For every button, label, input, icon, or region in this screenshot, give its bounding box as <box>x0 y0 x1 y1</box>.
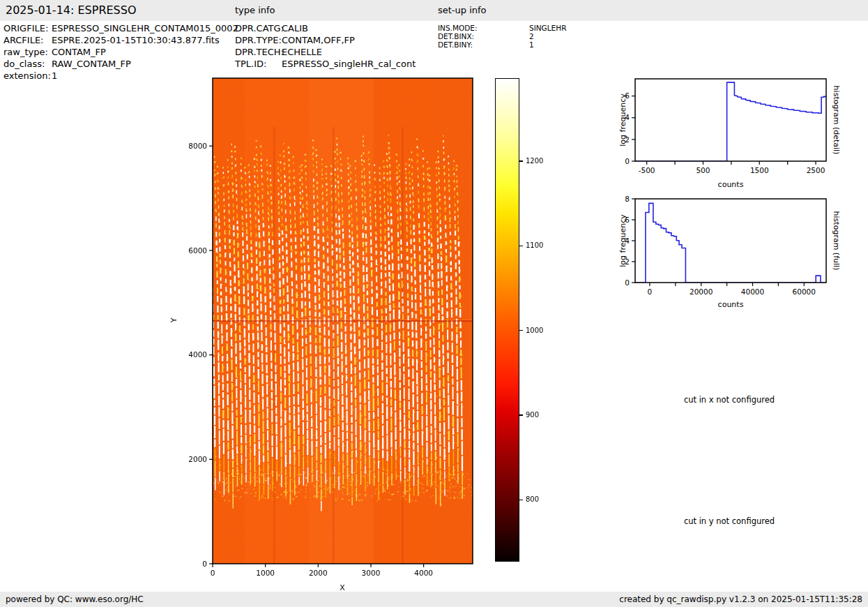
file-info-row: ORIGFILE:ESPRESSO_SINGLEHR_CONTAM015_000… <box>3 22 238 34</box>
hist-full-x-label: counts <box>718 300 744 309</box>
raw-image-axes: 0100020003000400002000400060008000 <box>174 63 502 607</box>
x-tick-label: 2500 <box>807 166 825 174</box>
y-tick-label: 8000 <box>188 142 207 150</box>
file-info-row-label: ARCFILE: <box>3 34 52 46</box>
setup-info-row: DET.BINY:1 <box>438 40 566 49</box>
setup-info-header: set-up info <box>438 0 487 21</box>
x-tick-label: 20000 <box>690 287 713 296</box>
y-tick-label: 0 <box>625 157 630 165</box>
histogram-line <box>635 203 826 283</box>
colorbar-tick <box>519 160 523 161</box>
x-tick-label: -500 <box>639 166 655 174</box>
file-info-row-value: 1 <box>52 70 57 81</box>
setup-info-row-value: 2 <box>529 32 534 40</box>
setup-info-block: INS.MODE:SINGLEHRDET.BINX:2DET.BINY:1 <box>438 24 566 49</box>
y-tick-label: 6000 <box>188 246 207 255</box>
axes-frame <box>635 79 826 161</box>
hist-detail-right-label: histogram (detail) <box>832 86 841 155</box>
x-tick-label: 0 <box>648 287 653 296</box>
type-info-row-label: DPR.TECH: <box>235 46 282 58</box>
file-info-row-value: CONTAM_FP <box>52 47 106 57</box>
type-info-row-value: ECHELLE <box>282 47 322 57</box>
y-tick-label: 2000 <box>188 455 207 463</box>
histogram-detail-plot: -500500150025000246 <box>607 68 858 190</box>
setup-info-row: INS.MODE:SINGLEHR <box>438 24 566 32</box>
file-info-row: raw_type:CONTAM_FP <box>3 46 238 58</box>
type-info-row-value: CONTAM,OFF,FP <box>282 35 355 45</box>
hist-full-y-label: log frequency <box>618 214 627 267</box>
file-info-row-label: raw_type: <box>3 46 52 58</box>
setup-info-row: DET.BINX:2 <box>438 32 566 40</box>
colorbar-tick-label: 800 <box>526 495 539 504</box>
colorbar-tick-label: 900 <box>526 411 539 419</box>
histogram-line <box>635 82 826 161</box>
setup-info-row-label: DET.BINX: <box>438 32 529 40</box>
file-info-row-label: ORIGFILE: <box>3 22 52 34</box>
file-info-row-label: do_class: <box>3 58 52 70</box>
axes-frame <box>213 78 473 564</box>
x-tick-label: 60000 <box>793 287 816 296</box>
y-tick-label: 0 <box>625 278 630 287</box>
qc-rawdisp-page: { "header": { "title": "2025-01-14: ESPR… <box>0 0 868 607</box>
file-info-row-label: extension: <box>3 70 52 82</box>
hist-detail-x-label: counts <box>718 180 744 189</box>
footer-created-by: created by qc_rawdisp.py v1.2.3 on 2025-… <box>619 592 862 607</box>
y-tick-label: 8 <box>625 195 630 203</box>
hist-detail-y-label: log frequency <box>618 93 627 146</box>
x-tick-label: 500 <box>696 166 710 174</box>
colorbar-tick-label: 1200 <box>526 157 543 165</box>
y-tick-label: 0 <box>202 560 207 568</box>
footer-bar: powered by QC: www.eso.org/HC created by… <box>0 592 868 607</box>
colorbar <box>495 78 519 562</box>
axes-frame <box>635 199 826 283</box>
cut-y-note: cut in y not configured <box>639 516 820 526</box>
x-tick-label: 4000 <box>414 569 433 577</box>
y-tick-label: 4000 <box>188 350 207 359</box>
colorbar-tick-label: 1000 <box>526 327 543 335</box>
setup-info-row-value: SINGLEHR <box>529 24 566 32</box>
file-info-row-value: ESPRE.2025-01-15T10:30:43.877.fits <box>52 35 220 45</box>
type-info-header: type info <box>235 0 275 21</box>
setup-info-row-value: 1 <box>529 40 534 49</box>
type-info-row: DPR.TECH:ECHELLE <box>235 46 416 58</box>
type-info-row-label: DPR.TYPE: <box>235 34 282 46</box>
file-info-row: ARCFILE:ESPRE.2025-01-15T10:30:43.877.fi… <box>3 34 238 46</box>
x-tick-label: 0 <box>211 569 215 577</box>
colorbar-tick <box>519 330 523 331</box>
colorbar-tick <box>519 246 523 246</box>
type-info-row-value: CALIB <box>282 23 308 33</box>
header-bar: 2025-01-14: ESPRESSO type info set-up in… <box>0 0 868 21</box>
histogram-full-plot: 020000400006000002468 <box>607 188 858 310</box>
file-info-row-value: RAW_CONTAM_FP <box>52 59 131 69</box>
type-info-row: DPR.CATG:CALIB <box>235 22 416 34</box>
file-info-row-value: ESPRESSO_SINGLEHR_CONTAM015_0002 <box>52 23 238 33</box>
x-tick-label: 3000 <box>362 569 381 577</box>
setup-info-row-label: INS.MODE: <box>438 24 529 32</box>
hist-full-right-label: histogram (full) <box>832 211 841 271</box>
page-title: 2025-01-14: ESPRESSO <box>6 0 137 21</box>
cut-x-note: cut in x not configured <box>639 395 820 405</box>
x-tick-label: 2000 <box>309 569 328 577</box>
main-y-axis-label: Y <box>169 318 178 323</box>
colorbar-tick <box>519 500 523 500</box>
footer-powered-by: powered by QC: www.eso.org/HC <box>6 592 144 607</box>
colorbar-tick-label: 1100 <box>526 241 543 250</box>
x-tick-label: 1500 <box>750 166 769 174</box>
x-tick-label: 40000 <box>741 287 764 296</box>
type-info-row-label: DPR.CATG: <box>235 22 282 34</box>
x-tick-label: 1000 <box>256 569 275 577</box>
setup-info-row-label: DET.BINY: <box>438 40 529 49</box>
type-info-row: DPR.TYPE:CONTAM,OFF,FP <box>235 34 416 46</box>
colorbar-tick <box>519 414 523 415</box>
